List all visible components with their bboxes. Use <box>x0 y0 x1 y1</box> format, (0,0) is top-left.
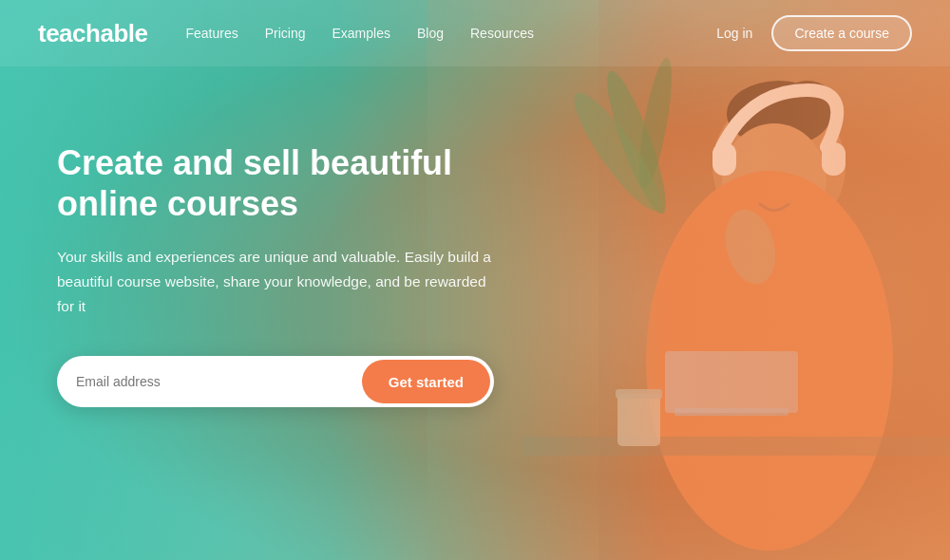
email-input[interactable] <box>76 374 362 389</box>
nav-blog[interactable]: Blog <box>417 26 444 41</box>
login-button[interactable]: Log in <box>716 26 752 41</box>
hero-subtitle: Your skills and experiences are unique a… <box>57 245 494 318</box>
logo: teachable <box>38 19 147 48</box>
navbar: teachable Features Pricing Examples Blog… <box>0 0 950 66</box>
hero-title: Create and sell beautiful online courses <box>57 142 494 224</box>
nav-actions: Log in Create a course <box>716 15 912 51</box>
get-started-button[interactable]: Get started <box>362 360 490 403</box>
hero-content: Create and sell beautiful online courses… <box>0 66 551 407</box>
nav-links: Features Pricing Examples Blog Resources <box>185 26 716 41</box>
nav-features[interactable]: Features <box>185 26 238 41</box>
create-course-button[interactable]: Create a course <box>771 15 912 51</box>
nav-examples[interactable]: Examples <box>332 26 390 41</box>
nav-pricing[interactable]: Pricing <box>265 26 306 41</box>
page-wrapper: teachable Features Pricing Examples Blog… <box>0 0 950 560</box>
nav-resources[interactable]: Resources <box>470 26 534 41</box>
email-form: Get started <box>57 356 494 407</box>
